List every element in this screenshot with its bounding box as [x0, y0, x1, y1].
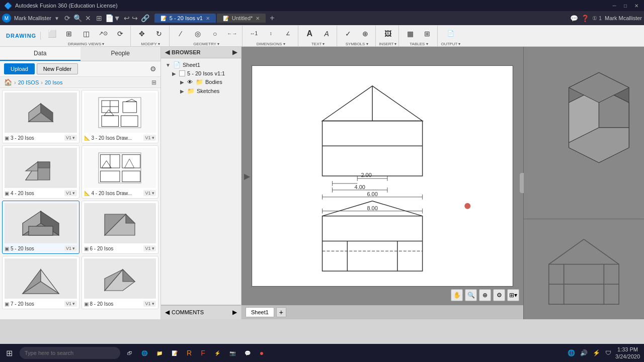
zoom-in-button[interactable]: ⊕ — [479, 289, 491, 301]
network-icon[interactable]: 🌐 — [567, 348, 576, 357]
tb-btn-arc[interactable]: ○ — [207, 26, 223, 42]
app3-button[interactable]: ⚡ — [210, 345, 224, 360]
list-item[interactable]: ▣ 8 - 20 Isos V1 ▾ — [82, 256, 159, 309]
tb-btn-center[interactable]: ←→ — [224, 26, 240, 42]
browser-collapse-icon[interactable]: ◀ — [165, 49, 170, 56]
close-button[interactable]: ✕ — [633, 2, 640, 9]
maximize-button[interactable]: □ — [622, 2, 629, 9]
info-icon[interactable]: ❓ — [581, 15, 589, 22]
tb-btn-text[interactable]: A — [301, 26, 317, 42]
tb-btn-detail[interactable]: ↗⊙ — [95, 26, 111, 42]
nav-arrow[interactable]: ▶ — [244, 171, 250, 180]
tree-toggle[interactable]: ▶ — [179, 88, 185, 94]
explorer-button[interactable]: 📁 — [152, 345, 167, 360]
tree-item-sheet1[interactable]: ▼ 📄 Sheet1 — [163, 60, 239, 69]
chat-button[interactable]: 💬 — [240, 345, 255, 360]
tree-item-bodies[interactable]: ▶ 👁 📁 Bodies — [163, 77, 239, 86]
comments-collapse[interactable]: ◀ — [165, 309, 170, 316]
new-tab-button[interactable]: + — [267, 14, 277, 23]
drawing-sheet[interactable]: 2.00 4.00 6.00 8.00 — [252, 65, 513, 287]
breadcrumb-controls[interactable]: ⊞ — [151, 79, 156, 86]
tb-btn-linear[interactable]: ↔1 — [246, 26, 262, 42]
list-item[interactable]: ▣ 4 - 20 Isos V1 ▾ — [2, 145, 79, 199]
eye-icon[interactable]: 👁 — [187, 79, 193, 85]
tb-btn-bom[interactable]: ⊞ — [419, 26, 435, 42]
security-icon[interactable]: 🛡 — [604, 348, 612, 357]
tb-btn-image[interactable]: 🖼 — [380, 26, 396, 42]
volume-icon[interactable]: 🔊 — [579, 348, 589, 357]
browser-expand-icon[interactable]: ▶ — [232, 49, 237, 56]
close-panel-icon[interactable]: ✕ — [85, 14, 91, 22]
view-settings-button[interactable]: ⊞▾ — [507, 289, 519, 301]
breadcrumb-20isos-sub[interactable]: 20 Isos — [45, 79, 62, 85]
file-version[interactable]: V1 ▾ — [64, 245, 77, 251]
comments-expand[interactable]: ▶ — [232, 309, 237, 316]
tree-toggle[interactable]: ▼ — [165, 62, 171, 68]
user-name-top[interactable]: Mark Mcallister — [605, 15, 642, 21]
file-version[interactable]: V1 ▾ — [143, 301, 156, 307]
panel-collapse-handle[interactable] — [520, 173, 524, 193]
tb-btn-circle[interactable]: ◎ — [190, 26, 206, 42]
refresh-icon[interactable]: ⟳ — [64, 14, 70, 22]
list-item[interactable]: ▣ 5 - 20 Isos V1 ▾ — [2, 201, 79, 254]
taskbar-search[interactable] — [20, 347, 120, 359]
minimize-button[interactable]: ─ — [611, 2, 618, 9]
add-sheet-button[interactable]: + — [276, 307, 286, 317]
tb-btn-note[interactable]: A — [318, 26, 335, 42]
upload-button[interactable]: Upload — [4, 63, 35, 74]
file-version[interactable]: V1 ▾ — [64, 301, 77, 307]
tb-btn-aligned[interactable]: ↕ — [263, 26, 279, 42]
undo-icon[interactable]: ↩ — [124, 14, 130, 22]
app1-button[interactable]: R — [183, 345, 196, 360]
tb-btn-move[interactable]: ✥ — [134, 26, 150, 42]
search-icon[interactable]: 🔍 — [73, 14, 82, 22]
redo-icon[interactable]: ↪ — [132, 14, 138, 22]
tb-btn-gdt[interactable]: ⊕ — [357, 26, 373, 42]
browser-button[interactable]: ● — [256, 345, 268, 360]
tb-btn-surface-finish[interactable]: ✓ — [340, 26, 356, 42]
file-version[interactable]: V1 ▾ — [143, 190, 156, 196]
help-icon[interactable]: 💬 — [570, 15, 578, 22]
display-settings-button[interactable]: ⚙ — [493, 289, 505, 301]
file-version[interactable]: V1 ▾ — [64, 190, 77, 196]
list-item[interactable]: ▣ 6 - 20 Isos V1 ▾ — [82, 201, 159, 254]
tab-drawing[interactable]: 📝 5 - 20 Isos v1 ✕ — [154, 14, 216, 23]
camera-button[interactable]: 📷 — [225, 345, 239, 360]
tab-people[interactable]: People — [80, 47, 161, 61]
list-item[interactable]: 📐 4 - 20 Isos Draw... V1 ▾ — [82, 145, 159, 199]
tree-item-5isos[interactable]: ▶ 5 - 20 Isos v1:1 — [163, 69, 239, 77]
app2-button[interactable]: F — [197, 345, 209, 360]
grid-icon[interactable]: ⊞ — [96, 14, 102, 22]
file-icon[interactable]: 📄▼ — [105, 14, 121, 22]
tb-btn-rotate[interactable]: ↻ — [151, 26, 167, 42]
start-button[interactable]: ⊞ — [2, 345, 17, 360]
user-name[interactable]: Mark Mcallister — [14, 15, 51, 21]
tb-btn-break[interactable]: ⟳ — [112, 26, 128, 42]
edge-button[interactable]: 🌐 — [137, 345, 151, 360]
tb-btn-section[interactable]: ◫ — [78, 26, 94, 42]
visibility-checkbox[interactable] — [179, 70, 185, 76]
task-view-button[interactable]: 🗗 — [123, 345, 136, 360]
user-dropdown-icon[interactable]: ▼ — [54, 16, 59, 21]
list-item[interactable]: ▣ 3 - 20 Isos V1 ▾ — [2, 90, 79, 143]
list-item[interactable]: ▣ 7 - 20 Isos V1 ▾ — [2, 256, 79, 309]
tree-item-sketches[interactable]: ▶ 📁 Sketches — [163, 86, 239, 96]
tab-data[interactable]: Data — [0, 47, 80, 61]
file-version[interactable]: V1 ▾ — [143, 135, 156, 141]
tab-drawing-close[interactable]: ✕ — [206, 16, 210, 21]
settings-icon[interactable]: ⚙ — [150, 65, 156, 73]
tb-btn-pdf[interactable]: 📄 — [443, 26, 459, 42]
tb-btn-table[interactable]: ▦ — [402, 26, 418, 42]
link-icon[interactable]: 🔗 — [141, 14, 149, 22]
notepad-button[interactable]: 📝 — [168, 345, 182, 360]
list-item[interactable]: 📐 3 - 20 Isos Draw... V1 ▾ — [82, 90, 159, 143]
tree-toggle[interactable]: ▶ — [171, 70, 177, 76]
tb-btn-angular[interactable]: ∠ — [280, 26, 296, 42]
tab-untitled[interactable]: 📝 Untitled* ✕ — [217, 14, 266, 23]
file-version[interactable]: V1 ▾ — [143, 245, 156, 251]
zoom-fit-button[interactable]: 🔍 — [465, 289, 477, 301]
tree-toggle[interactable]: ▶ — [179, 79, 185, 85]
hand-tool-button[interactable]: ✋ — [451, 289, 463, 301]
breadcrumb-20isos[interactable]: 20 ISOS — [18, 79, 39, 85]
tb-btn-projected[interactable]: ⊞ — [61, 26, 77, 42]
